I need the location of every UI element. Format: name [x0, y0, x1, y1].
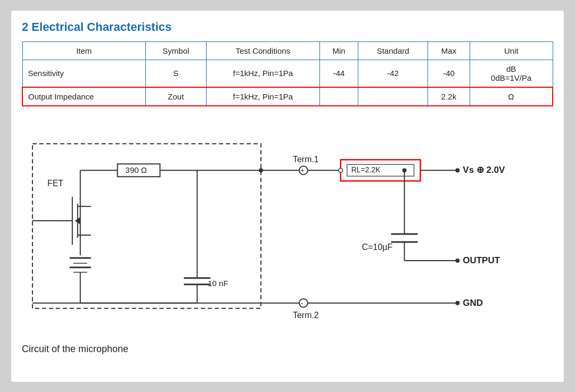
svg-text:Term.2: Term.2 [293, 310, 319, 319]
cell-min: -44 [320, 60, 358, 87]
cell-symbol: S [146, 60, 207, 87]
col-header-item: Item [22, 41, 146, 60]
svg-text:OUTPUT: OUTPUT [463, 255, 500, 265]
svg-point-46 [455, 258, 459, 262]
main-card: 2 Electrical Characteristics Item Symbol… [11, 10, 564, 382]
cell-conditions: f=1kHz, Pin=1Pa [206, 60, 319, 87]
cell-min [320, 87, 358, 106]
cell-conditions: f=1kHz, Pin=1Pa [206, 87, 319, 106]
svg-text:Vs ⊕ 2.0V: Vs ⊕ 2.0V [463, 165, 505, 175]
cell-item: Output Impedance [22, 87, 146, 106]
svg-text:FET: FET [47, 179, 63, 188]
table-row-highlighted: Output Impedance Zout f=1kHz, Pin=1Pa 2.… [22, 87, 553, 106]
col-header-unit: Unit [470, 41, 553, 60]
circuit-diagram: FET [22, 122, 553, 340]
svg-point-39 [455, 168, 459, 172]
col-header-symbol: Symbol [146, 41, 207, 60]
characteristics-table: Item Symbol Test Conditions Min Standard… [22, 41, 553, 106]
svg-text:Term.1: Term.1 [293, 155, 319, 164]
cell-max: -40 [428, 60, 470, 87]
circuit-caption: Circuit of the microphone [22, 344, 553, 355]
section-title: 2 Electrical Characteristics [22, 20, 553, 34]
col-header-max: Max [428, 41, 470, 60]
table-row: Sensitivity S f=1kHz, Pin=1Pa -44 -42 -4… [22, 60, 553, 87]
svg-text:RL=2.2K: RL=2.2K [351, 165, 381, 174]
svg-text:+: + [300, 166, 305, 174]
cell-standard [358, 87, 428, 106]
svg-text:C=10μF: C=10μF [362, 242, 393, 251]
cell-unit: Ω [470, 87, 553, 106]
cell-unit: dB 0dB=1V/Pa [470, 60, 553, 87]
svg-point-56 [339, 168, 343, 172]
cell-max: 2.2k [428, 87, 470, 106]
cell-standard: -42 [358, 60, 428, 87]
svg-text:-: - [301, 298, 303, 307]
svg-text:GND: GND [463, 297, 483, 307]
col-header-min: Min [320, 41, 358, 60]
circuit-svg: FET [22, 122, 553, 340]
svg-text:10 nF: 10 nF [208, 278, 228, 287]
svg-point-57 [402, 168, 407, 172]
cell-item: Sensitivity [22, 60, 146, 87]
svg-point-54 [455, 301, 459, 305]
cell-symbol: Zout [146, 87, 207, 106]
col-header-conditions: Test Conditions [206, 41, 319, 60]
col-header-standard: Standard [358, 41, 428, 60]
svg-text:390 Ω: 390 Ω [126, 165, 147, 174]
